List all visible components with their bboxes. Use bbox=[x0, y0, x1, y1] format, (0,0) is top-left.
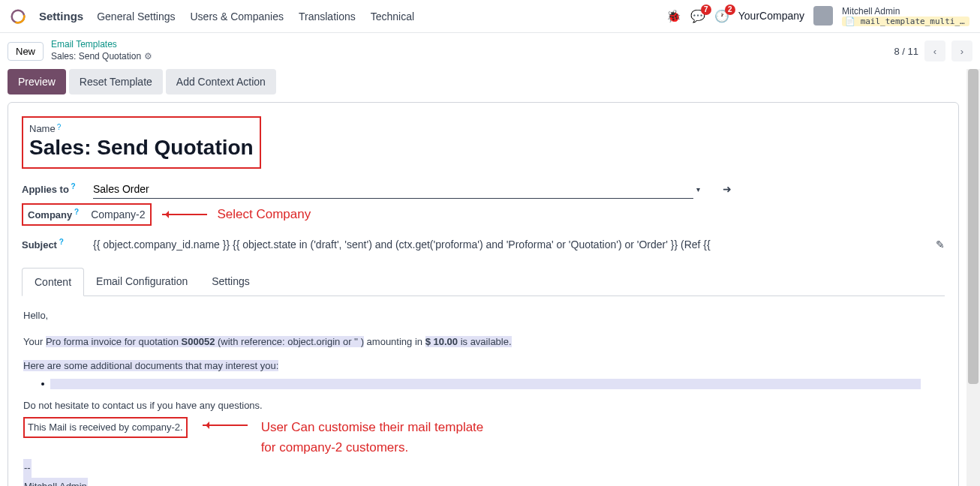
mail-bullet-item bbox=[41, 379, 943, 389]
avatar[interactable] bbox=[813, 6, 833, 26]
app-logo-icon bbox=[11, 9, 26, 24]
messages-icon[interactable]: 💬7 bbox=[690, 9, 705, 23]
bug-icon[interactable]: 🐞 bbox=[666, 9, 681, 23]
subject-label: Subject ? bbox=[22, 238, 78, 250]
breadcrumb-current: Sales: Send Quotation ⚙ bbox=[51, 51, 152, 63]
messages-badge: 7 bbox=[701, 4, 711, 15]
bullet-placeholder bbox=[50, 379, 921, 389]
company-label: Company ? bbox=[28, 208, 79, 220]
tab-settings[interactable]: Settings bbox=[200, 268, 262, 296]
annotation-arrow-icon bbox=[203, 424, 248, 426]
pager-next-button[interactable]: › bbox=[951, 40, 972, 62]
annotation-customise-row: This Mail is received by company-2. User… bbox=[23, 417, 943, 458]
breadcrumb-bar: New Email Templates Sales: Send Quotatio… bbox=[0, 33, 980, 69]
mail-line-proforma: Your Pro forma invoice for quotation S00… bbox=[23, 333, 943, 352]
main-menu: General Settings Users & Companies Trans… bbox=[97, 10, 414, 22]
company-highlight-box: Company ? Company-2 bbox=[22, 203, 152, 225]
new-button[interactable]: New bbox=[8, 42, 44, 61]
applies-to-input[interactable] bbox=[93, 180, 693, 199]
app-title: Settings bbox=[39, 10, 83, 22]
name-highlight-box: Name? Sales: Send Quotation bbox=[22, 116, 261, 169]
user-context: 📄 mail_template_multi_comp… bbox=[842, 16, 969, 26]
open-related-icon[interactable]: ➜ bbox=[723, 183, 732, 195]
company-row: Company ? Company-2 Select Company bbox=[22, 202, 945, 227]
annotation-customise: User Can customise their mail template f… bbox=[261, 417, 484, 458]
preview-button[interactable]: Preview bbox=[8, 69, 66, 94]
subject-row: Subject ? {{ object.company_id.name }} {… bbox=[22, 232, 945, 257]
subject-value[interactable]: {{ object.company_id.name }} {{ object.s… bbox=[93, 238, 921, 250]
mail-line-extra-docs: Here are some additional documents that … bbox=[23, 357, 943, 376]
chevron-down-icon[interactable]: ▾ bbox=[696, 185, 700, 194]
mail-body[interactable]: Hello, Your Pro forma invoice for quotat… bbox=[22, 296, 945, 486]
gear-icon[interactable]: ⚙ bbox=[144, 51, 152, 63]
reset-template-button[interactable]: Reset Template bbox=[69, 69, 163, 94]
menu-translations[interactable]: Translations bbox=[299, 10, 356, 22]
tab-content[interactable]: Content bbox=[22, 268, 84, 296]
breadcrumb: Email Templates Sales: Send Quotation ⚙ bbox=[51, 39, 152, 62]
scrollbar-thumb[interactable] bbox=[968, 69, 978, 384]
user-box[interactable]: Mitchell Admin 📄 mail_template_multi_com… bbox=[842, 6, 969, 27]
annotation-select-company: Select Company bbox=[218, 207, 311, 222]
activities-badge: 2 bbox=[725, 4, 735, 15]
user-name: Mitchell Admin bbox=[842, 6, 969, 16]
company-value[interactable]: Company-2 bbox=[91, 208, 145, 220]
menu-technical[interactable]: Technical bbox=[371, 10, 414, 22]
edit-icon[interactable]: ✎ bbox=[936, 238, 945, 250]
form-card: Name? Sales: Send Quotation Applies to ?… bbox=[8, 102, 959, 486]
company-selector[interactable]: YourCompany bbox=[738, 10, 804, 22]
menu-users-companies[interactable]: Users & Companies bbox=[190, 10, 284, 22]
mail-signature: Mitchell Admin bbox=[23, 478, 943, 486]
mail-dash: -- bbox=[23, 459, 943, 478]
name-label: Name? bbox=[29, 123, 61, 134]
applies-to-row: Applies to ? ▾ ➜ bbox=[22, 176, 945, 202]
vertical-scrollbar[interactable] bbox=[966, 69, 980, 486]
name-value[interactable]: Sales: Send Quotation bbox=[29, 136, 254, 160]
applies-to-label: Applies to ? bbox=[22, 182, 78, 195]
pager: 8 / 11 ‹ › bbox=[894, 40, 972, 62]
menu-general-settings[interactable]: General Settings bbox=[97, 10, 175, 22]
pager-prev-button[interactable]: ‹ bbox=[924, 40, 945, 62]
pager-text: 8 / 11 bbox=[894, 46, 918, 57]
inner-tabs: Content Email Configuration Settings bbox=[22, 268, 945, 296]
mail-hello: Hello, bbox=[23, 307, 943, 326]
company2-highlight-box: This Mail is received by company-2. bbox=[23, 417, 188, 439]
bullet-icon bbox=[41, 382, 44, 386]
tab-email-configuration[interactable]: Email Configuration bbox=[84, 268, 200, 296]
activities-icon[interactable]: 🕐2 bbox=[714, 9, 729, 23]
annotation-arrow-icon bbox=[162, 214, 207, 215]
add-context-action-button[interactable]: Add Context Action bbox=[166, 69, 276, 94]
action-buttons: Preview Reset Template Add Context Actio… bbox=[8, 69, 959, 94]
mail-line-contact: Do not hesitate to contact us if you hav… bbox=[23, 397, 943, 416]
nav-right: 🐞 💬7 🕐2 YourCompany Mitchell Admin 📄 mai… bbox=[666, 6, 969, 27]
breadcrumb-parent[interactable]: Email Templates bbox=[51, 39, 152, 51]
top-nav: Settings General Settings Users & Compan… bbox=[0, 0, 980, 33]
